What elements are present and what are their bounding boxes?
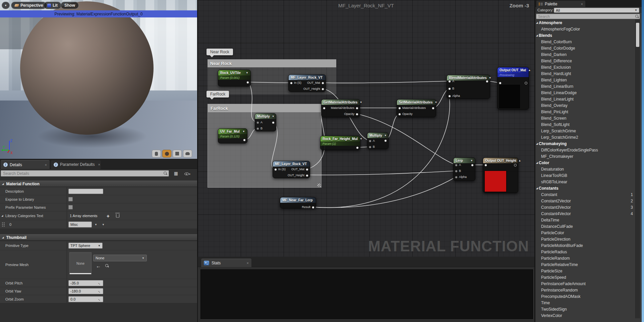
- node-header[interactable]: Output OUT_Height▲: [483, 158, 518, 163]
- perspective-button[interactable]: Perspective: [11, 2, 47, 9]
- input-pin[interactable]: [499, 82, 502, 84]
- output-pin-OUT_Mat[interactable]: [306, 168, 308, 171]
- palette-item-LinearTosRGB[interactable]: LinearTosRGB: [535, 172, 642, 179]
- palette-item-Blend_LinearDodge[interactable]: Blend_LinearDodge: [535, 89, 642, 96]
- tab-parameter-defaults[interactable]: i Parameter Defaults ×: [51, 160, 101, 169]
- node-SetMaterialAttributes[interactable]: SetMaterialAttributes▼MaterialAttributes…: [397, 99, 436, 117]
- node-Multiply_height[interactable]: Multiply▼AB: [367, 132, 389, 149]
- view-options-button[interactable]: ▾: [182, 170, 193, 177]
- node-header[interactable]: UV_Far_Mul▼: [218, 129, 247, 134]
- input-pin-A[interactable]: [448, 80, 451, 83]
- value-drag-icon[interactable]: ↔: [97, 297, 102, 302]
- node-Rock_UVTile[interactable]: Rock_UVTile▼Param (0.001): [218, 70, 251, 86]
- palette-item-sRGBToLinear[interactable]: sRGBToLinear: [535, 179, 642, 185]
- node-header[interactable]: GetMaterialAttributes▼: [321, 100, 360, 105]
- close-icon[interactable]: ×: [98, 163, 100, 167]
- palette-item-VertexColor[interactable]: VertexColor: [535, 312, 642, 319]
- palette-category-Blends[interactable]: ◢Blends: [535, 32, 642, 39]
- node-GetMaterialAttributes[interactable]: GetMaterialAttributes▼MaterialAttributes…: [321, 99, 360, 117]
- orbit-yaw-input[interactable]: -180.0 ↔: [68, 288, 103, 294]
- palette-item-Blend_LinearLight[interactable]: Blend_LinearLight: [535, 96, 642, 102]
- input-pin-Alpha[interactable]: [455, 176, 458, 179]
- wire-Rock_UVTile.out-to-MF_Layer_Rock_VT_near.In[interactable]: [249, 82, 291, 83]
- expose-to-library-checkbox[interactable]: [68, 197, 73, 201]
- output-pin[interactable]: [246, 81, 249, 84]
- palette-item-Time[interactable]: Time: [535, 300, 642, 306]
- node-header[interactable]: MF_Layer_Rock_VT: [273, 161, 310, 167]
- palette-item-Blend_Overlay[interactable]: Blend_Overlay: [535, 102, 642, 109]
- node-UV_Far_Mul[interactable]: UV_Far_Mul▼Param (0.125): [218, 128, 247, 143]
- category-0-combobox[interactable]: Misc: [68, 221, 92, 228]
- output-pin-Opacity[interactable]: [356, 113, 358, 116]
- palette-item-Blend_HardLight[interactable]: Blend_HardLight: [535, 70, 642, 77]
- value-drag-icon[interactable]: ↔: [97, 281, 102, 286]
- section-thumbnail[interactable]: ◢ Thumbnail: [0, 234, 197, 241]
- palette-category-Color[interactable]: ◢Color: [535, 159, 642, 166]
- palette-item-Constant4Vector[interactable]: Constant4Vector4: [535, 210, 642, 217]
- output-pin[interactable]: [356, 146, 359, 149]
- node-header[interactable]: SetMaterialAttributes▼: [397, 100, 436, 105]
- stats-output-area[interactable]: [200, 269, 533, 319]
- node-MF_Layer_Rock_VT_near[interactable]: MF_Layer_Rock_VTIn (S)OUT_MatOUT_Height: [288, 74, 326, 92]
- chevron-down-icon[interactable]: ▼: [95, 223, 97, 226]
- collapse-up-icon[interactable]: ▲: [516, 159, 521, 162]
- close-icon[interactable]: ×: [581, 2, 583, 6]
- preview-shape-teapot-button[interactable]: [183, 150, 192, 157]
- palette-item-Blend_Exclusion[interactable]: Blend_Exclusion: [535, 64, 642, 70]
- palette-item-ParticleColor[interactable]: ParticleColor: [535, 230, 642, 236]
- node-BlendMaterialAttributes[interactable]: BlendMaterialAttributes▼ABAlpha: [447, 75, 490, 99]
- palette-category-Constants[interactable]: ◢Constants: [535, 185, 642, 191]
- palette-item-PerInstanceFadeAmount[interactable]: PerInstanceFadeAmount: [535, 280, 642, 287]
- input-pin-A[interactable]: [256, 121, 259, 124]
- output-pin[interactable]: [432, 107, 434, 110]
- chevron-down-icon[interactable]: ▼: [102, 223, 105, 226]
- chevron-down-icon[interactable]: ▼: [382, 134, 387, 137]
- palette-item-ParticleSize[interactable]: ParticleSize: [535, 268, 642, 274]
- palette-item-ParticleRelativeTime[interactable]: ParticleRelativeTime: [535, 261, 642, 268]
- scrollbar-thumb[interactable]: [636, 23, 639, 47]
- node-Output_OUT_Height[interactable]: Output OUT_Height▲: [483, 157, 518, 193]
- prefix-parameter-names-checkbox[interactable]: [68, 205, 73, 209]
- palette-item-Lerp_ScratchGrime[interactable]: Lerp_ScratchGrime: [535, 128, 642, 134]
- input-pin-In (S)[interactable]: [290, 82, 293, 84]
- close-icon[interactable]: ×: [45, 163, 47, 167]
- value-drag-icon[interactable]: ↔: [97, 289, 102, 294]
- preview-viewport[interactable]: Previewing: MaterialExpressionFunctionOu…: [0, 0, 197, 159]
- chevron-down-icon[interactable]: ▼: [358, 101, 362, 104]
- output-pin[interactable]: [525, 82, 527, 84]
- palette-item-Blend_ColorBurn[interactable]: Blend_ColorBurn: [535, 39, 642, 45]
- chevron-down-icon[interactable]: ▼: [358, 137, 362, 140]
- output-pin[interactable]: [514, 164, 517, 167]
- preview-shape-cylinder-button[interactable]: [152, 150, 161, 157]
- material-graph-canvas[interactable]: MF_Layer_Rock_NF_VT Zoom -3 MATERIAL FUN…: [197, 0, 535, 257]
- node-Rock_Far_Height_Mul[interactable]: Rock_Far_Height_Mul▼Param (1): [320, 136, 360, 150]
- property-matrix-icon[interactable]: ▦: [172, 170, 180, 177]
- palette-item-Blend_Screen[interactable]: Blend_Screen: [535, 115, 642, 121]
- chevron-down-icon[interactable]: ▼: [433, 101, 437, 104]
- wire-MF_Near_Far_Lerp.Result-to-Lerp.Alpha[interactable]: [313, 177, 456, 208]
- node-Multiply_far_uv[interactable]: Multiply▼AB: [255, 113, 276, 131]
- preview-shape-sphere-button[interactable]: [162, 150, 171, 157]
- palette-item-Blend_Difference[interactable]: Blend_Difference: [535, 58, 642, 64]
- palette-search-input[interactable]: [536, 14, 640, 19]
- trash-icon[interactable]: [116, 214, 119, 217]
- preview-mesh-combobox[interactable]: None ▼: [93, 255, 147, 261]
- output-pin[interactable]: [384, 139, 387, 142]
- output-pin[interactable]: [486, 80, 488, 83]
- scrollbar-track[interactable]: [635, 19, 640, 318]
- input-pin-B[interactable]: [448, 87, 451, 90]
- palette-item-Desaturation[interactable]: Desaturation: [535, 166, 642, 172]
- node-header[interactable]: MF_Near_Far_Lerp: [280, 197, 316, 203]
- node-header[interactable]: Rock_Far_Height_Mul▼: [320, 136, 360, 141]
- palette-item-Blend_Darken[interactable]: Blend_Darken: [535, 51, 642, 58]
- preview-mesh-thumbnail[interactable]: None: [69, 252, 92, 274]
- palette-item-Blend_PinLight[interactable]: Blend_PinLight: [535, 109, 642, 115]
- input-pin[interactable]: [484, 164, 487, 167]
- palette-item-TwoSidedSign[interactable]: TwoSidedSign: [535, 306, 642, 312]
- input-pin-B[interactable]: [256, 127, 259, 130]
- output-pin[interactable]: [471, 164, 474, 167]
- output-pin-OUT_Mat[interactable]: [321, 82, 324, 84]
- chevron-down-icon[interactable]: ▼: [468, 159, 473, 162]
- wire-MF_Layer_Rock_VT_near.OUT_Mat-to-BlendMaterialAttributes.A[interactable]: [323, 81, 449, 83]
- chevron-down-icon[interactable]: ▼: [240, 130, 245, 133]
